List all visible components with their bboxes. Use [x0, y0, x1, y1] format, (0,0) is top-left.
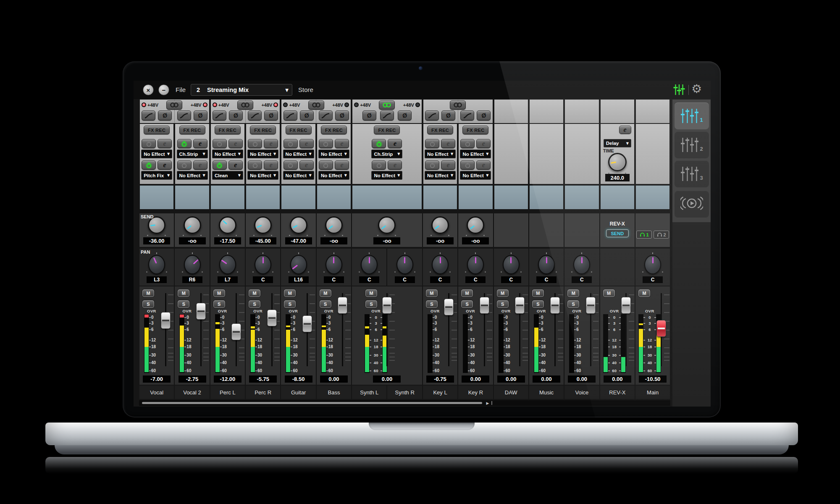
phase-button-guitar[interactable]: Ø	[300, 110, 314, 121]
fx2-edit-button-vocal[interactable]: e	[158, 160, 172, 170]
tab-mixer-3[interactable]: 3	[675, 160, 709, 187]
pan-knob-voice[interactable]	[573, 255, 590, 274]
phantom-led[interactable]	[344, 102, 349, 107]
pan-value-perc-l[interactable]: L7	[218, 276, 238, 283]
scroll-right-icon[interactable]: ▶	[485, 400, 491, 406]
fx1-power-button-perc-l[interactable]	[213, 139, 227, 148]
fader-value-vocal-2[interactable]: -2.75	[178, 375, 206, 383]
fx2-select-vocal-2[interactable]: No Effect▼	[177, 171, 208, 180]
fx1-select-bass[interactable]: No Effect▼	[318, 150, 349, 158]
fx2-edit-button-perc-l[interactable]: e	[228, 160, 243, 170]
send-value-perc-r[interactable]: -45.00	[249, 237, 276, 244]
fx-rec-button-vocal-2[interactable]: FX REC	[179, 126, 205, 134]
phantom-led[interactable]	[213, 102, 217, 107]
phantom-led[interactable]	[142, 102, 146, 107]
phones-2-button[interactable]: 2	[654, 231, 669, 239]
fx1-edit-button-perc-l[interactable]: e	[228, 139, 243, 148]
send-knob-key-l[interactable]	[431, 216, 449, 234]
fx1-edit-button-guitar[interactable]: e	[299, 139, 314, 148]
pan-value-vocal[interactable]: L3	[147, 276, 167, 283]
fx2-power-button-perc-r[interactable]	[248, 160, 262, 170]
fader-cap-key-r[interactable]	[480, 297, 489, 314]
fader-value-rev-x[interactable]: 0.00	[604, 375, 631, 383]
minimize-icon[interactable]: −	[158, 84, 169, 95]
fader-cap-daw[interactable]	[515, 297, 525, 314]
fx1-select-key-r[interactable]: No Effect▼	[460, 150, 491, 158]
fx-rec-button-key-l[interactable]: FX REC	[427, 126, 453, 134]
pan-knob-vocal-2[interactable]	[184, 255, 201, 274]
fx2-edit-button-key-l[interactable]: e	[441, 160, 455, 170]
solo-button-vocal[interactable]: S	[142, 300, 154, 308]
send-value-vocal-2[interactable]: -oo	[179, 237, 206, 244]
fx2-power-button-key-r[interactable]	[460, 160, 475, 170]
phase-button-vocal-2[interactable]: Ø	[194, 110, 207, 121]
mute-button-guitar[interactable]: M	[284, 289, 296, 297]
fader-value-vocal[interactable]: -7.00	[143, 375, 171, 383]
fx2-edit-button-vocal-2[interactable]: e	[193, 160, 207, 170]
fx-param-knob-rev-x[interactable]	[608, 153, 627, 171]
fader-value-perc-r[interactable]: -5.75	[249, 375, 277, 383]
send-value-key-r[interactable]: -oo	[462, 237, 489, 244]
fx1-edit-button-perc-r[interactable]: e	[264, 139, 278, 148]
fader-cap-perc-l[interactable]	[231, 323, 241, 340]
pan-knob-synth-r[interactable]	[396, 255, 413, 274]
fader-track-vocal[interactable]	[165, 293, 166, 366]
send-knob-perc-l[interactable]	[219, 216, 236, 234]
fader-cap-guitar[interactable]	[302, 315, 312, 332]
tab-mixer-2[interactable]: 2	[675, 131, 709, 158]
phantom-led[interactable]	[415, 102, 420, 107]
pan-value-bass[interactable]: C	[324, 276, 344, 283]
fx2-power-button-perc-l[interactable]	[213, 160, 227, 170]
fader-value-daw[interactable]: 0.00	[497, 375, 525, 383]
pan-knob-guitar[interactable]	[290, 255, 307, 274]
phase-button-synth-r[interactable]: Ø	[398, 110, 412, 121]
pan-value-synth-r[interactable]: C	[395, 276, 415, 283]
fader-cap-synth-pair[interactable]	[382, 297, 392, 314]
fader-track-perc-r[interactable]	[271, 293, 273, 366]
mute-button-rev-x[interactable]: M	[603, 289, 615, 297]
fx1-edit-button-synth-pair[interactable]: e	[388, 139, 402, 148]
solo-button-perc-l[interactable]: S	[213, 300, 225, 308]
fader-value-music[interactable]: 0.00	[533, 375, 560, 383]
solo-button-bass[interactable]: S	[320, 300, 331, 308]
send-value-synth-pair[interactable]: -oo	[373, 237, 400, 244]
fx2-power-button-key-l[interactable]	[425, 160, 439, 170]
mute-button-synth-pair[interactable]: M	[365, 289, 377, 297]
hpf-button-key-r[interactable]	[460, 110, 474, 121]
mixer-view-icon[interactable]	[673, 84, 685, 97]
send-knob-guitar[interactable]	[290, 216, 307, 234]
phantom-led[interactable]	[203, 102, 207, 107]
fx1-power-button-key-r[interactable]	[460, 139, 475, 148]
hpf-button-guitar[interactable]	[284, 110, 297, 121]
phase-button-perc-r[interactable]: Ø	[264, 110, 278, 121]
fx2-power-button-guitar[interactable]	[284, 160, 298, 170]
fader-value-perc-l[interactable]: -12.00	[214, 375, 242, 383]
fx2-select-key-r[interactable]: No Effect▼	[460, 171, 491, 180]
pan-knob-key-r[interactable]	[467, 255, 484, 274]
link-button-perc-l-perc-r[interactable]	[237, 100, 253, 110]
fx2-power-button-vocal[interactable]	[142, 160, 156, 170]
fx2-select-synth-pair[interactable]: No Effect▼	[371, 171, 402, 180]
phase-button-perc-l[interactable]: Ø	[229, 110, 243, 121]
mute-button-key-l[interactable]: M	[426, 289, 438, 297]
pan-knob-daw[interactable]	[503, 255, 520, 274]
link-button-vocal-vocal-2[interactable]	[166, 100, 182, 110]
send-value-key-l[interactable]: -oo	[427, 237, 454, 244]
fx2-edit-button-guitar[interactable]: e	[299, 160, 314, 170]
fx1-edit-button-key-l[interactable]: e	[441, 139, 455, 148]
solo-button-synth-pair[interactable]: S	[365, 300, 377, 308]
pan-knob-main[interactable]	[644, 255, 661, 274]
fx1-power-button-bass[interactable]	[319, 139, 333, 148]
file-menu[interactable]: File	[176, 86, 186, 93]
fader-cap-vocal[interactable]	[161, 312, 171, 329]
fx-rec-button-bass[interactable]: FX REC	[321, 126, 347, 134]
fader-cap-main[interactable]	[656, 320, 666, 337]
pan-knob-key-l[interactable]	[432, 255, 449, 274]
fx1-select-key-l[interactable]: No Effect▼	[425, 150, 456, 158]
mute-button-vocal-2[interactable]: M	[178, 289, 189, 297]
solo-button-perc-r[interactable]: S	[249, 300, 260, 308]
fx-rec-button-key-r[interactable]: FX REC	[462, 126, 488, 134]
fx1-power-button-synth-pair[interactable]	[372, 139, 386, 148]
send-knob-perc-r[interactable]	[254, 216, 272, 234]
fx1-edit-button-bass[interactable]: e	[335, 139, 349, 148]
